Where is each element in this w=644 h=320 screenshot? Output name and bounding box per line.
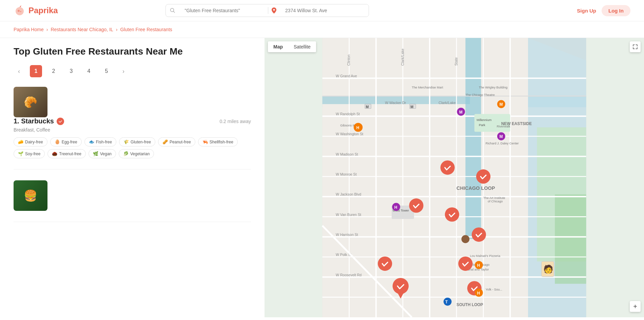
tag-dairy-free-label: Dairy-free (25, 140, 43, 144)
svg-text:Millennium: Millennium (476, 118, 491, 122)
map-zoom-in-button[interactable]: + (630, 301, 641, 312)
svg-text:W Roosevelt Rd: W Roosevelt Rd (336, 273, 362, 277)
next-page-button[interactable]: › (118, 66, 129, 77)
restaurant-name-area-1: 1. Starbucks (14, 117, 64, 125)
sign-up-button[interactable]: Sign Up (577, 8, 596, 14)
svg-point-0 (16, 7, 24, 15)
breadcrumb-chicago[interactable]: Restaurants Near Chicago, IL (51, 27, 113, 32)
tag-treenut-free: 🌰 Treenut-free (47, 149, 86, 158)
dairy-free-icon: 🧀 (18, 139, 23, 144)
map-panel: Map Satellite (265, 38, 644, 317)
search-bar (165, 4, 369, 17)
tag-soy-free-label: Soy-free (25, 152, 40, 156)
tag-shellfish-free: 🦐 Shellfish-free (198, 137, 238, 146)
tag-dairy-free: 🧀 Dairy-free (14, 137, 47, 146)
svg-rect-12 (465, 38, 481, 239)
svg-text:M: M (459, 110, 463, 115)
verified-badge-1 (57, 118, 64, 125)
tag-gluten-free: 🌾 Gluten-free (119, 137, 155, 146)
restaurant-card-2 (14, 180, 251, 222)
paprika-logo-icon (14, 4, 26, 17)
page-2-button[interactable]: 2 (47, 65, 60, 77)
restaurant-image-1 (14, 87, 47, 117)
map-container[interactable]: Map Satellite (265, 38, 644, 317)
tag-vegan-label: Vegan (100, 152, 112, 156)
svg-text:Richard J. Daley Center: Richard J. Daley Center (486, 142, 519, 145)
svg-text:Riverwalk: Riverwalk (497, 125, 510, 128)
svg-text:State: State (454, 57, 458, 66)
gluten-free-icon: 🌾 (123, 139, 129, 144)
map-tab-satellite[interactable]: Satellite (288, 41, 316, 52)
breadcrumb-home[interactable]: Paprika Home (14, 27, 44, 32)
tag-shellfish-free-label: Shellfish-free (210, 140, 233, 144)
page-4-button[interactable]: 4 (83, 65, 95, 77)
left-panel: Top Gluten Free Restaurants Near Me ‹ 1 … (0, 38, 265, 317)
location-input[interactable] (280, 4, 369, 17)
tag-peanut-free-label: Peanut-free (170, 140, 191, 144)
treenut-free-icon: 🌰 (52, 151, 57, 156)
log-in-button[interactable]: Log In (602, 5, 630, 16)
map-tab-map[interactable]: Map (268, 41, 288, 52)
svg-point-74 (476, 169, 490, 184)
prev-page-button[interactable]: ‹ (14, 66, 24, 77)
svg-text:The Wrigley Building: The Wrigley Building (479, 86, 507, 89)
tag-peanut-free: 🥜 Peanut-free (158, 137, 195, 146)
svg-text:H: H (477, 263, 480, 268)
tag-egg-free-label: Egg-free (62, 140, 77, 144)
svg-text:Clark/Lake: Clark/Lake (401, 48, 405, 65)
egg-free-icon: 🥚 (55, 139, 60, 144)
svg-text:M: M (500, 134, 503, 139)
page-3-button[interactable]: 3 (65, 65, 77, 77)
svg-text:The Chicago Theatre: The Chicago Theatre (465, 93, 494, 97)
tag-treenut-free-label: Treenut-free (59, 152, 81, 156)
svg-point-75 (409, 198, 423, 213)
tag-vegan: 🌿 Vegan (89, 149, 116, 158)
tag-fish-free-label: Fish-free (96, 140, 112, 144)
svg-text:CHICAGO LOOP: CHICAGO LOOP (456, 185, 495, 191)
svg-text:The Art Institute: The Art Institute (483, 196, 505, 200)
svg-text:of Chicago: of Chicago (488, 200, 503, 203)
logo-link[interactable]: Paprika (14, 4, 58, 17)
restaurant-distance-1: 0.2 miles away (219, 119, 251, 124)
svg-text:M: M (366, 105, 369, 109)
svg-text:Clark/Lake: Clark/Lake (438, 101, 455, 105)
svg-point-79 (378, 257, 392, 271)
soy-free-icon: 🌱 (18, 151, 23, 156)
restaurant-header-1: 1. Starbucks 0.2 miles away (14, 117, 251, 125)
svg-point-2 (20, 11, 21, 12)
breadcrumb-current: Gluten Free Restaurants (120, 27, 172, 32)
svg-text:M: M (410, 105, 413, 109)
page-5-button[interactable]: 5 (100, 65, 113, 77)
breadcrumb: Paprika Home › Restaurants Near Chicago,… (0, 21, 644, 38)
svg-rect-10 (555, 194, 586, 284)
search-input[interactable] (179, 4, 268, 17)
svg-text:W Monroe St: W Monroe St (336, 172, 357, 176)
location-icon (268, 4, 280, 17)
page-1-button[interactable]: 1 (30, 65, 42, 77)
svg-point-78 (458, 257, 472, 271)
restaurant-cuisine-1: Breakfast, Coffee (14, 127, 251, 133)
svg-text:H: H (477, 291, 480, 296)
svg-text:SOUTH LOOP: SOUTH LOOP (456, 302, 483, 307)
svg-point-87 (462, 235, 470, 243)
svg-text:W Jackson Blvd: W Jackson Blvd (336, 192, 361, 196)
svg-text:Yolk - Sou...: Yolk - Sou... (486, 288, 502, 291)
search-icon (166, 4, 179, 17)
auth-area: Sign Up Log In (577, 5, 630, 16)
page-title: Top Gluten Free Restaurants Near Me (14, 46, 251, 57)
svg-text:W Randolph St: W Randolph St (336, 112, 360, 116)
svg-text:T: T (445, 300, 448, 304)
restaurant-card-1: 1. Starbucks 0.2 miles away Breakfast, C… (14, 87, 251, 169)
restaurant-name-1: 1. Starbucks (14, 117, 54, 125)
shellfish-free-icon: 🦐 (202, 139, 208, 144)
map-view-controls: Map Satellite (268, 41, 316, 52)
header: Paprika Sign Up Log In (0, 0, 644, 21)
svg-text:W Washington St: W Washington St (336, 132, 363, 136)
fish-free-icon: 🐟 (89, 139, 94, 144)
svg-text:W Harrison St: W Harrison St (336, 233, 358, 237)
map-fullscreen-button[interactable] (630, 41, 641, 52)
svg-text:W Madison St: W Madison St (336, 152, 358, 156)
tag-vegetarian-label: Vegetarian (130, 152, 150, 156)
vegan-icon: 🌿 (93, 151, 98, 156)
svg-text:The Merchandise Mart: The Merchandise Mart (412, 86, 443, 89)
